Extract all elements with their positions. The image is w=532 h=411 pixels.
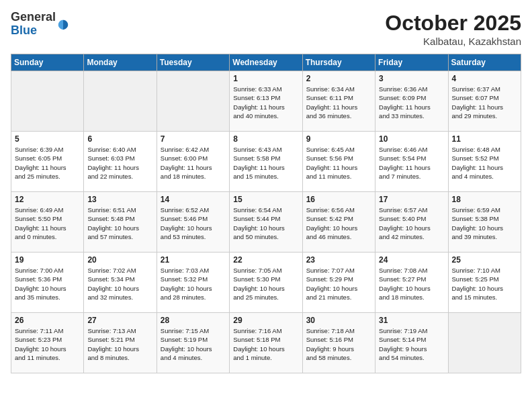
sunrise-info: Sunrise: 6:42 AM bbox=[161, 146, 209, 153]
day-number: 12 bbox=[15, 195, 80, 204]
col-thursday: Thursday bbox=[302, 54, 375, 71]
table-row: 14Sunrise: 6:52 AMSunset: 5:46 PMDayligh… bbox=[157, 192, 229, 253]
table-row: 11Sunrise: 6:48 AMSunset: 5:52 PMDayligh… bbox=[448, 132, 521, 192]
continuation-text: and 53 minutes. bbox=[161, 233, 206, 240]
logo: General Blue bbox=[11, 11, 69, 38]
day-number: 21 bbox=[161, 255, 226, 265]
day-number: 14 bbox=[161, 195, 226, 204]
continuation-text: and 25 minutes. bbox=[233, 293, 279, 301]
daylight-hours: Daylight: 11 hours bbox=[15, 164, 66, 171]
sunrise-info: Sunrise: 7:10 AM bbox=[452, 267, 500, 274]
sunrise-info: Sunrise: 6:46 AM bbox=[379, 146, 427, 153]
continuation-text: and 15 minutes. bbox=[233, 173, 279, 180]
sunrise-info: Sunrise: 6:37 AM bbox=[452, 85, 500, 93]
sunset-info: Sunset: 5:14 PM bbox=[379, 336, 426, 343]
continuation-text: and 25 minutes. bbox=[15, 173, 60, 180]
col-monday: Monday bbox=[84, 54, 157, 71]
calendar-week-row: 19Sunrise: 7:00 AMSunset: 5:36 PMDayligh… bbox=[11, 253, 521, 313]
continuation-text: and 32 minutes. bbox=[87, 293, 133, 301]
page-header: General Blue October 2025 Kalbatau, Kaza… bbox=[11, 11, 521, 47]
sunset-info: Sunset: 6:13 PM bbox=[233, 94, 280, 101]
calendar-week-row: 1Sunrise: 6:33 AMSunset: 6:13 PMDaylight… bbox=[11, 71, 521, 132]
sunrise-info: Sunrise: 7:08 AM bbox=[379, 267, 427, 274]
day-details: Sunrise: 7:10 AMSunset: 5:25 PMDaylight:… bbox=[452, 266, 517, 302]
day-number: 25 bbox=[452, 255, 517, 265]
day-number: 10 bbox=[379, 134, 444, 144]
table-row: 20Sunrise: 7:02 AMSunset: 5:34 PMDayligh… bbox=[84, 253, 157, 313]
daylight-hours: Daylight: 10 hours bbox=[15, 345, 66, 353]
daylight-hours: Daylight: 10 hours bbox=[233, 224, 285, 232]
calendar-week-row: 26Sunrise: 7:11 AMSunset: 5:23 PMDayligh… bbox=[11, 313, 521, 373]
day-number: 16 bbox=[306, 195, 371, 204]
continuation-text: and 0 minutes. bbox=[15, 233, 56, 240]
table-row: 30Sunrise: 7:18 AMSunset: 5:16 PMDayligh… bbox=[302, 313, 375, 373]
day-number: 19 bbox=[15, 255, 80, 265]
table-row: 13Sunrise: 6:51 AMSunset: 5:48 PMDayligh… bbox=[84, 192, 157, 253]
sunrise-info: Sunrise: 7:16 AM bbox=[233, 327, 281, 334]
calendar-table: Sunday Monday Tuesday Wednesday Thursday… bbox=[11, 54, 521, 373]
continuation-text: and 18 minutes. bbox=[161, 173, 206, 180]
table-row: 17Sunrise: 6:57 AMSunset: 5:40 PMDayligh… bbox=[375, 192, 448, 253]
table-row: 28Sunrise: 7:15 AMSunset: 5:19 PMDayligh… bbox=[157, 313, 229, 373]
day-number: 3 bbox=[379, 74, 444, 83]
sunrise-info: Sunrise: 6:34 AM bbox=[306, 85, 355, 93]
col-sunday: Sunday bbox=[11, 54, 84, 71]
table-row: 1Sunrise: 6:33 AMSunset: 6:13 PMDaylight… bbox=[230, 71, 302, 132]
sunset-info: Sunset: 5:36 PM bbox=[15, 275, 62, 283]
sunset-info: Sunset: 5:40 PM bbox=[379, 215, 426, 222]
continuation-text: and 29 minutes. bbox=[452, 112, 498, 120]
day-number: 28 bbox=[161, 316, 226, 325]
sunrise-info: Sunrise: 6:45 AM bbox=[306, 146, 355, 153]
daylight-hours: Daylight: 11 hours bbox=[379, 103, 431, 111]
sunset-info: Sunset: 5:21 PM bbox=[87, 336, 134, 343]
day-details: Sunrise: 7:08 AMSunset: 5:27 PMDaylight:… bbox=[379, 266, 444, 302]
sunrise-info: Sunrise: 6:57 AM bbox=[379, 206, 427, 214]
sunrise-info: Sunrise: 7:03 AM bbox=[161, 267, 209, 274]
sunset-info: Sunset: 5:18 PM bbox=[233, 336, 280, 343]
table-row: 19Sunrise: 7:00 AMSunset: 5:36 PMDayligh… bbox=[11, 253, 84, 313]
table-row: 16Sunrise: 6:56 AMSunset: 5:42 PMDayligh… bbox=[302, 192, 375, 253]
day-details: Sunrise: 6:46 AMSunset: 5:54 PMDaylight:… bbox=[379, 145, 444, 181]
continuation-text: and 11 minutes. bbox=[15, 354, 60, 361]
daylight-hours: Daylight: 11 hours bbox=[452, 103, 504, 111]
continuation-text: and 42 minutes. bbox=[379, 233, 425, 240]
day-details: Sunrise: 6:40 AMSunset: 6:03 PMDaylight:… bbox=[87, 145, 152, 181]
daylight-hours: Daylight: 11 hours bbox=[15, 224, 66, 232]
continuation-text: and 58 minutes. bbox=[306, 354, 352, 361]
day-number: 24 bbox=[379, 255, 444, 265]
day-details: Sunrise: 7:11 AMSunset: 5:23 PMDaylight:… bbox=[15, 326, 80, 362]
sunrise-info: Sunrise: 7:18 AM bbox=[306, 327, 355, 334]
daylight-hours: Daylight: 11 hours bbox=[452, 164, 504, 171]
day-details: Sunrise: 6:56 AMSunset: 5:42 PMDaylight:… bbox=[306, 205, 371, 241]
continuation-text: and 35 minutes. bbox=[15, 293, 60, 301]
day-details: Sunrise: 7:05 AMSunset: 5:30 PMDaylight:… bbox=[233, 266, 298, 302]
daylight-hours: Daylight: 11 hours bbox=[379, 164, 431, 171]
day-details: Sunrise: 6:39 AMSunset: 6:05 PMDaylight:… bbox=[15, 145, 80, 181]
sunrise-info: Sunrise: 6:51 AM bbox=[87, 206, 136, 214]
day-number: 5 bbox=[15, 134, 80, 144]
sunrise-info: Sunrise: 7:00 AM bbox=[15, 267, 63, 274]
daylight-hours: Daylight: 11 hours bbox=[87, 164, 139, 171]
day-details: Sunrise: 6:33 AMSunset: 6:13 PMDaylight:… bbox=[233, 85, 298, 120]
sunset-info: Sunset: 5:44 PM bbox=[233, 215, 280, 222]
table-row: 26Sunrise: 7:11 AMSunset: 5:23 PMDayligh… bbox=[11, 313, 84, 373]
table-row bbox=[448, 313, 521, 373]
day-number: 18 bbox=[452, 195, 517, 204]
sunrise-info: Sunrise: 7:19 AM bbox=[379, 327, 427, 334]
daylight-hours: Daylight: 11 hours bbox=[306, 164, 358, 171]
table-row bbox=[11, 71, 84, 132]
sunset-info: Sunset: 5:27 PM bbox=[379, 275, 426, 283]
daylight-hours: Daylight: 10 hours bbox=[87, 345, 139, 353]
table-row: 21Sunrise: 7:03 AMSunset: 5:32 PMDayligh… bbox=[157, 253, 229, 313]
sunset-info: Sunset: 5:16 PM bbox=[306, 336, 353, 343]
title-block: October 2025 Kalbatau, Kazakhstan bbox=[385, 11, 521, 47]
day-details: Sunrise: 7:16 AMSunset: 5:18 PMDaylight:… bbox=[233, 326, 298, 362]
day-number: 4 bbox=[452, 74, 517, 83]
table-row: 8Sunrise: 6:43 AMSunset: 5:58 PMDaylight… bbox=[230, 132, 302, 192]
day-details: Sunrise: 6:48 AMSunset: 5:52 PMDaylight:… bbox=[452, 145, 517, 181]
logo-icon bbox=[57, 19, 69, 31]
sunrise-info: Sunrise: 7:07 AM bbox=[306, 267, 355, 274]
daylight-hours: Daylight: 11 hours bbox=[161, 164, 212, 171]
daylight-hours: Daylight: 10 hours bbox=[15, 285, 66, 292]
daylight-hours: Daylight: 10 hours bbox=[233, 285, 285, 292]
